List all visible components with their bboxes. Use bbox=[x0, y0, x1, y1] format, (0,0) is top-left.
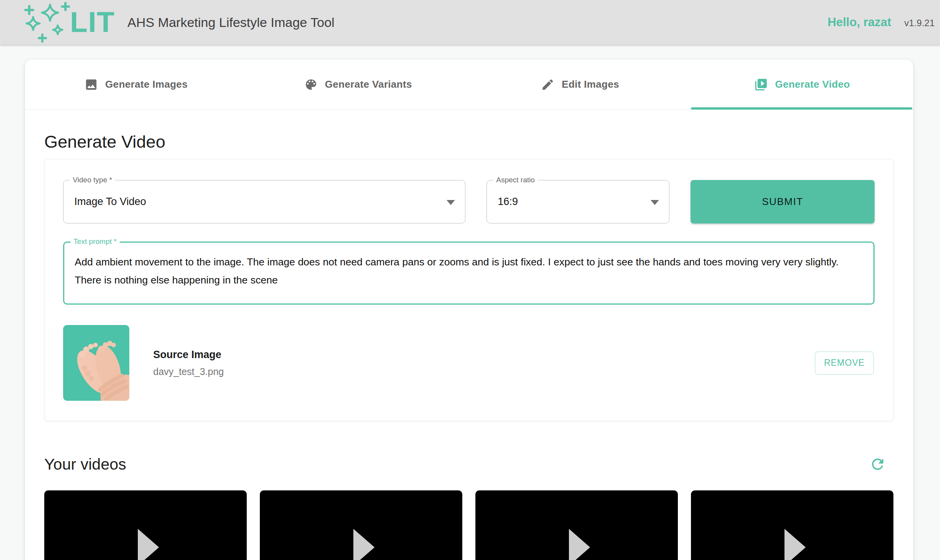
remove-button[interactable]: REMOVE bbox=[815, 352, 874, 375]
aspect-ratio-select[interactable]: Aspect ratio 16:9 bbox=[487, 180, 669, 223]
tab-label: Edit Images bbox=[562, 78, 619, 90]
tab-bar: Generate Images Generate Variants Edit I… bbox=[25, 60, 913, 110]
videos-grid bbox=[44, 490, 894, 560]
main-card: Generate Images Generate Variants Edit I… bbox=[25, 60, 913, 560]
video-player-1[interactable] bbox=[44, 490, 247, 560]
tab-label: Generate Images bbox=[105, 78, 187, 90]
logo-wordmark: LIT bbox=[70, 8, 115, 37]
tab-label: Generate Video bbox=[775, 78, 850, 90]
feet-massage-image bbox=[63, 325, 129, 401]
tab-label: Generate Variants bbox=[325, 78, 412, 90]
generate-video-form: Video type * Image To Video Aspect ratio… bbox=[44, 159, 894, 421]
chevron-down-icon bbox=[447, 200, 455, 205]
sparkles-icon bbox=[15, 2, 72, 43]
refresh-button[interactable] bbox=[867, 453, 888, 475]
aspect-ratio-value: 16:9 bbox=[487, 196, 518, 208]
version-label: v1.9.21 bbox=[904, 18, 935, 28]
user-greeting: Hello, razat bbox=[828, 15, 891, 29]
chevron-down-icon bbox=[651, 200, 659, 205]
app-header: LIT AHS Marketing Lifestyle Image Tool H… bbox=[0, 0, 940, 45]
pencil-icon bbox=[541, 78, 555, 92]
text-prompt-value[interactable]: Add ambient movement to the image. The i… bbox=[64, 243, 873, 298]
aspect-ratio-label: Aspect ratio bbox=[493, 176, 538, 184]
app-logo: LIT bbox=[15, 2, 115, 43]
play-icon[interactable] bbox=[569, 529, 590, 560]
source-image-title: Source Image bbox=[153, 349, 224, 361]
video-player-3[interactable] bbox=[475, 490, 678, 560]
video-type-label: Video type * bbox=[70, 176, 115, 184]
page-title: Generate Video bbox=[44, 132, 894, 152]
refresh-icon bbox=[869, 456, 886, 473]
play-icon[interactable] bbox=[784, 529, 806, 560]
tab-generate-images[interactable]: Generate Images bbox=[25, 60, 247, 109]
tab-generate-video[interactable]: Generate Video bbox=[691, 60, 913, 109]
text-prompt-label: Text prompt * bbox=[70, 237, 120, 246]
video-player-2[interactable] bbox=[260, 490, 462, 560]
app-title: AHS Marketing Lifestyle Image Tool bbox=[127, 15, 335, 30]
source-image-filename: davy_test_3.png bbox=[153, 366, 224, 377]
tab-edit-images[interactable]: Edit Images bbox=[469, 60, 691, 109]
source-image-thumbnail bbox=[63, 325, 129, 401]
tab-generate-variants[interactable]: Generate Variants bbox=[247, 60, 469, 109]
submit-button[interactable]: SUBMIT bbox=[691, 180, 875, 223]
your-videos-heading: Your videos bbox=[44, 455, 126, 473]
palette-icon bbox=[304, 78, 318, 92]
video-player-4[interactable] bbox=[691, 490, 893, 560]
video-library-icon bbox=[754, 78, 768, 92]
video-type-value: Image To Video bbox=[64, 196, 146, 208]
play-icon[interactable] bbox=[353, 529, 375, 560]
image-icon bbox=[84, 78, 98, 92]
play-icon[interactable] bbox=[138, 529, 159, 560]
text-prompt-field[interactable]: Text prompt * Add ambient movement to th… bbox=[63, 242, 875, 305]
video-type-select[interactable]: Video type * Image To Video bbox=[63, 180, 465, 223]
active-tab-indicator bbox=[691, 107, 912, 110]
